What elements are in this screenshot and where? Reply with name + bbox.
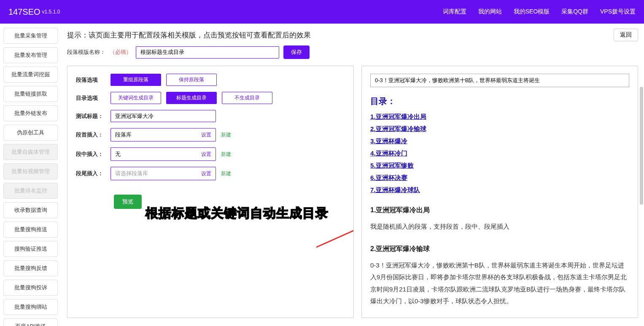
toc-item-5[interactable]: 6.亚洲杯决赛 bbox=[370, 174, 629, 182]
sidebar-item-1[interactable]: 批量发布管理 bbox=[3, 47, 58, 63]
test-title-input[interactable] bbox=[110, 110, 216, 122]
template-name-input[interactable] bbox=[136, 46, 279, 59]
insert-mid-new[interactable]: 新建 bbox=[221, 151, 231, 158]
sidebar-item-14[interactable]: 批量搜狗绑站 bbox=[3, 299, 58, 315]
insert-head-new[interactable]: 新建 bbox=[221, 131, 231, 139]
insert-tail-placeholder: 请选择段落库 bbox=[115, 170, 148, 177]
insert-tail-new[interactable]: 新建 bbox=[221, 170, 231, 177]
preview-button[interactable]: 预览 bbox=[114, 195, 142, 209]
sidebar-item-10[interactable]: 批量搜狗推送 bbox=[3, 222, 58, 238]
nav-qq-group[interactable]: 采集QQ群 bbox=[561, 8, 588, 16]
toc-item-4[interactable]: 5.亚洲冠军惨败 bbox=[370, 162, 629, 170]
sidebar-item-0[interactable]: 批量采集管理 bbox=[3, 28, 58, 44]
sidebar-item-7: 批量短视频管理 bbox=[3, 163, 58, 179]
top-nav: 词库配置 我的网站 我的SEO模版 采集QQ群 VPS拨号设置 bbox=[443, 8, 636, 16]
insert-tail-select[interactable]: 请选择段落库 设置 bbox=[110, 167, 216, 180]
required-marker: （必填） bbox=[110, 48, 132, 56]
paragraph-opt-reorganize[interactable]: 重组原段落 bbox=[110, 74, 161, 86]
sidebar-item-15[interactable]: 百度API推送 bbox=[3, 318, 58, 326]
sidebar: 批量采集管理批量发布管理批量流量词挖掘批量链接抓取批量外链发布伪原创工具批量自媒… bbox=[0, 24, 61, 326]
sidebar-item-2[interactable]: 批量流量词挖掘 bbox=[3, 67, 58, 83]
sidebar-item-11[interactable]: 搜狗验证推送 bbox=[3, 241, 58, 257]
toc-option-label: 目录选项 bbox=[76, 94, 105, 102]
toc-opt-none[interactable]: 不生成目录 bbox=[222, 92, 272, 104]
save-button[interactable]: 保存 bbox=[283, 45, 310, 59]
insert-tail-settings[interactable]: 设置 bbox=[201, 170, 211, 177]
app-logo: 147SEO bbox=[8, 7, 40, 17]
paragraph-option-label: 段落选项 bbox=[76, 76, 105, 84]
toc-opt-title[interactable]: 标题生成目录 bbox=[166, 92, 217, 104]
paragraph-opt-keep[interactable]: 保持原段落 bbox=[166, 74, 217, 86]
nav-vps-dial[interactable]: VPS拨号设置 bbox=[600, 8, 636, 16]
app-version: v1.5.1.0 bbox=[42, 9, 60, 15]
back-button[interactable]: 返回 bbox=[614, 29, 638, 41]
insert-head-value: 段落库 bbox=[115, 131, 132, 139]
toc-opt-keyword[interactable]: 关键词生成目录 bbox=[110, 92, 161, 104]
config-panel: 段落选项 重组原段落 保持原段落 目录选项 关键词生成目录 标题生成目录 不生成… bbox=[67, 66, 354, 318]
nav-seo-templates[interactable]: 我的SEO模版 bbox=[514, 8, 550, 16]
section-body-0: 我是随机插入的段落，支持段首，段中、段尾插入 bbox=[370, 221, 629, 233]
preview-panel: 0-3！亚洲冠军爆大冷，惨败欧洲第十B队，世界杯最弱东道主将诞生 目录： 1.亚… bbox=[361, 66, 638, 318]
sidebar-item-5[interactable]: 伪原创工具 bbox=[3, 125, 58, 141]
section-heading-1: 2.亚洲冠军爆冷输球 bbox=[370, 245, 629, 254]
preview-headline: 0-3！亚洲冠军爆大冷，惨败欧洲第十B队，世界杯最弱东道主将诞生 bbox=[370, 74, 629, 87]
annotation-callout: 根据标题或关键词自动生成目录 bbox=[146, 205, 329, 222]
sidebar-item-9[interactable]: 收录数据查询 bbox=[3, 202, 58, 218]
nav-keyword-config[interactable]: 词库配置 bbox=[443, 8, 466, 16]
insert-head-settings[interactable]: 设置 bbox=[201, 131, 211, 139]
app-header: 147SEO v1.5.1.0 词库配置 我的网站 我的SEO模版 采集QQ群 … bbox=[0, 0, 644, 24]
sidebar-item-4[interactable]: 批量外链发布 bbox=[3, 105, 58, 121]
insert-head-select[interactable]: 段落库 设置 bbox=[110, 128, 216, 142]
toc-list: 1.亚洲冠军爆冷出局2.亚洲冠军爆冷输球3.亚洲杯爆冷4.亚洲杯冷门5.亚洲冠军… bbox=[370, 113, 629, 194]
toc-item-0[interactable]: 1.亚洲冠军爆冷出局 bbox=[370, 113, 629, 121]
nav-my-sites[interactable]: 我的网站 bbox=[478, 8, 502, 16]
insert-head-label: 段首插入： bbox=[76, 131, 105, 139]
page-tip: 提示：该页面主要用于配置段落相关模版，点击预览按钮可查看配置后的效果 bbox=[67, 30, 311, 40]
toc-item-1[interactable]: 2.亚洲冠军爆冷输球 bbox=[370, 125, 629, 133]
toc-item-2[interactable]: 3.亚洲杯爆冷 bbox=[370, 137, 629, 145]
toc-item-6[interactable]: 7.亚洲杯爆冷球队 bbox=[370, 186, 629, 194]
sidebar-item-13[interactable]: 批量搜狗投诉 bbox=[3, 280, 58, 296]
toc-item-3[interactable]: 4.亚洲杯冷门 bbox=[370, 150, 629, 158]
sidebar-item-8: 批量排名监控 bbox=[3, 183, 58, 199]
insert-mid-settings[interactable]: 设置 bbox=[201, 151, 211, 158]
sidebar-item-6: 批量自媒体管理 bbox=[3, 144, 58, 160]
insert-mid-select[interactable]: 无 设置 bbox=[110, 147, 216, 161]
sidebar-item-12[interactable]: 批量搜狗反馈 bbox=[3, 260, 58, 276]
insert-mid-value: 无 bbox=[115, 150, 121, 158]
section-heading-0: 1.亚洲冠军爆冷出局 bbox=[370, 206, 629, 215]
template-name-label: 段落模版名称： bbox=[67, 48, 105, 56]
sidebar-item-3[interactable]: 批量链接抓取 bbox=[3, 86, 58, 102]
main-content: 提示：该页面主要用于配置段落相关模版，点击预览按钮可查看配置后的效果 返回 段落… bbox=[61, 24, 644, 326]
insert-mid-label: 段中插入： bbox=[76, 150, 105, 158]
test-title-label: 测试标题： bbox=[76, 112, 105, 120]
insert-tail-label: 段尾插入： bbox=[76, 170, 105, 177]
toc-heading: 目录： bbox=[370, 96, 629, 107]
section-body-1: 0-3！亚洲冠军爆大冷，惨败欧洲第十B队，世界杯最弱东道主将诞生本周开始，世界足… bbox=[370, 259, 629, 307]
